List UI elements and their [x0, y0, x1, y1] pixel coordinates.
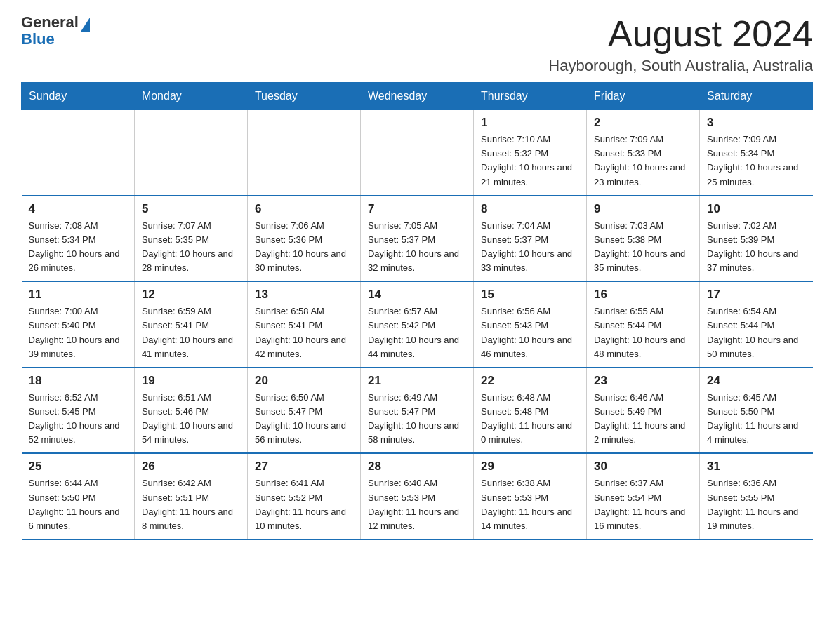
- calendar-cell: 23Sunrise: 6:46 AMSunset: 5:49 PMDayligh…: [587, 368, 700, 454]
- day-number: 14: [368, 288, 466, 302]
- day-info: Sunrise: 6:45 AMSunset: 5:50 PMDaylight:…: [707, 391, 805, 448]
- day-number: 8: [481, 202, 579, 216]
- header-day-tuesday: Tuesday: [247, 83, 360, 110]
- header-day-saturday: Saturday: [700, 83, 813, 110]
- logo-triangle-icon: [81, 18, 90, 32]
- logo-general: General: [21, 14, 79, 31]
- calendar-cell: 9Sunrise: 7:03 AMSunset: 5:38 PMDaylight…: [587, 196, 700, 282]
- calendar-cell: 26Sunrise: 6:42 AMSunset: 5:51 PMDayligh…: [134, 453, 247, 539]
- calendar-cell: 10Sunrise: 7:02 AMSunset: 5:39 PMDayligh…: [700, 196, 813, 282]
- day-number: 28: [368, 459, 466, 474]
- calendar-cell: 11Sunrise: 7:00 AMSunset: 5:40 PMDayligh…: [22, 281, 135, 368]
- day-number: 3: [707, 116, 805, 130]
- day-number: 5: [142, 202, 240, 216]
- calendar-cell: 8Sunrise: 7:04 AMSunset: 5:37 PMDaylight…: [474, 196, 587, 282]
- day-number: 31: [707, 459, 805, 474]
- day-number: 24: [707, 374, 805, 388]
- calendar-cell: 24Sunrise: 6:45 AMSunset: 5:50 PMDayligh…: [700, 368, 813, 454]
- day-info: Sunrise: 6:40 AMSunset: 5:53 PMDaylight:…: [368, 476, 466, 533]
- day-info: Sunrise: 6:50 AMSunset: 5:47 PMDaylight:…: [255, 391, 353, 448]
- calendar-cell: 19Sunrise: 6:51 AMSunset: 5:46 PMDayligh…: [134, 368, 247, 454]
- week-row-3: 11Sunrise: 7:00 AMSunset: 5:40 PMDayligh…: [22, 281, 813, 368]
- day-info: Sunrise: 6:56 AMSunset: 5:43 PMDaylight:…: [481, 304, 579, 361]
- day-info: Sunrise: 6:46 AMSunset: 5:49 PMDaylight:…: [594, 391, 692, 448]
- header: General Blue August 2024 Hayborough, Sou…: [21, 14, 813, 75]
- day-number: 11: [29, 288, 127, 302]
- day-info: Sunrise: 6:38 AMSunset: 5:53 PMDaylight:…: [481, 476, 579, 533]
- calendar-header: SundayMondayTuesdayWednesdayThursdayFrid…: [22, 83, 813, 110]
- location-title: Hayborough, South Australia, Australia: [548, 57, 813, 75]
- day-info: Sunrise: 6:42 AMSunset: 5:51 PMDaylight:…: [142, 476, 240, 533]
- calendar-cell: 13Sunrise: 6:58 AMSunset: 5:41 PMDayligh…: [247, 281, 360, 368]
- calendar-cell: 30Sunrise: 6:37 AMSunset: 5:54 PMDayligh…: [587, 453, 700, 539]
- header-row: SundayMondayTuesdayWednesdayThursdayFrid…: [22, 83, 813, 110]
- week-row-2: 4Sunrise: 7:08 AMSunset: 5:34 PMDaylight…: [22, 196, 813, 282]
- day-info: Sunrise: 6:57 AMSunset: 5:42 PMDaylight:…: [368, 304, 466, 361]
- day-number: 1: [481, 116, 579, 130]
- calendar-cell: 25Sunrise: 6:44 AMSunset: 5:50 PMDayligh…: [22, 453, 135, 539]
- day-number: 7: [368, 202, 466, 216]
- calendar-cell: 22Sunrise: 6:48 AMSunset: 5:48 PMDayligh…: [474, 368, 587, 454]
- day-number: 23: [594, 374, 692, 388]
- day-info: Sunrise: 7:03 AMSunset: 5:38 PMDaylight:…: [594, 219, 692, 276]
- day-info: Sunrise: 6:41 AMSunset: 5:52 PMDaylight:…: [255, 476, 353, 533]
- day-info: Sunrise: 7:00 AMSunset: 5:40 PMDaylight:…: [29, 304, 127, 361]
- day-info: Sunrise: 6:49 AMSunset: 5:47 PMDaylight:…: [368, 391, 466, 448]
- logo-blue: Blue: [21, 30, 55, 48]
- calendar-cell: 5Sunrise: 7:07 AMSunset: 5:35 PMDaylight…: [134, 196, 247, 282]
- calendar-cell: 16Sunrise: 6:55 AMSunset: 5:44 PMDayligh…: [587, 281, 700, 368]
- day-number: 22: [481, 374, 579, 388]
- day-number: 18: [29, 374, 127, 388]
- day-number: 26: [142, 459, 240, 474]
- day-info: Sunrise: 7:07 AMSunset: 5:35 PMDaylight:…: [142, 219, 240, 276]
- day-info: Sunrise: 7:05 AMSunset: 5:37 PMDaylight:…: [368, 219, 466, 276]
- calendar-cell: 15Sunrise: 6:56 AMSunset: 5:43 PMDayligh…: [474, 281, 587, 368]
- calendar-cell: 28Sunrise: 6:40 AMSunset: 5:53 PMDayligh…: [360, 453, 473, 539]
- day-number: 29: [481, 459, 579, 474]
- day-info: Sunrise: 7:09 AMSunset: 5:34 PMDaylight:…: [707, 133, 805, 189]
- day-info: Sunrise: 6:59 AMSunset: 5:41 PMDaylight:…: [142, 304, 240, 361]
- day-info: Sunrise: 7:10 AMSunset: 5:32 PMDaylight:…: [481, 133, 579, 189]
- week-row-4: 18Sunrise: 6:52 AMSunset: 5:45 PMDayligh…: [22, 368, 813, 454]
- header-day-wednesday: Wednesday: [360, 83, 473, 110]
- day-number: 17: [707, 288, 805, 302]
- calendar-cell: 31Sunrise: 6:36 AMSunset: 5:55 PMDayligh…: [700, 453, 813, 539]
- week-row-5: 25Sunrise: 6:44 AMSunset: 5:50 PMDayligh…: [22, 453, 813, 539]
- calendar-table: SundayMondayTuesdayWednesdayThursdayFrid…: [21, 82, 813, 540]
- day-number: 12: [142, 288, 240, 302]
- calendar-cell: 2Sunrise: 7:09 AMSunset: 5:33 PMDaylight…: [587, 110, 700, 196]
- calendar-cell: 27Sunrise: 6:41 AMSunset: 5:52 PMDayligh…: [247, 453, 360, 539]
- calendar-cell: 21Sunrise: 6:49 AMSunset: 5:47 PMDayligh…: [360, 368, 473, 454]
- title-area: August 2024 Hayborough, South Australia,…: [548, 14, 813, 75]
- header-day-monday: Monday: [134, 83, 247, 110]
- calendar-cell: 14Sunrise: 6:57 AMSunset: 5:42 PMDayligh…: [360, 281, 473, 368]
- day-number: 25: [29, 459, 127, 474]
- calendar-body: 1Sunrise: 7:10 AMSunset: 5:32 PMDaylight…: [22, 110, 813, 539]
- day-number: 21: [368, 374, 466, 388]
- day-number: 19: [142, 374, 240, 388]
- day-number: 16: [594, 288, 692, 302]
- day-info: Sunrise: 7:06 AMSunset: 5:36 PMDaylight:…: [255, 219, 353, 276]
- day-info: Sunrise: 6:52 AMSunset: 5:45 PMDaylight:…: [29, 391, 127, 448]
- day-info: Sunrise: 7:09 AMSunset: 5:33 PMDaylight:…: [594, 133, 692, 189]
- calendar-cell: [247, 110, 360, 196]
- day-info: Sunrise: 7:04 AMSunset: 5:37 PMDaylight:…: [481, 219, 579, 276]
- day-info: Sunrise: 6:54 AMSunset: 5:44 PMDaylight:…: [707, 304, 805, 361]
- header-day-sunday: Sunday: [22, 83, 135, 110]
- day-info: Sunrise: 6:48 AMSunset: 5:48 PMDaylight:…: [481, 391, 579, 448]
- day-info: Sunrise: 6:37 AMSunset: 5:54 PMDaylight:…: [594, 476, 692, 533]
- header-day-thursday: Thursday: [474, 83, 587, 110]
- day-number: 15: [481, 288, 579, 302]
- logo: General Blue: [21, 14, 90, 48]
- calendar-cell: 1Sunrise: 7:10 AMSunset: 5:32 PMDaylight…: [474, 110, 587, 196]
- calendar-cell: 3Sunrise: 7:09 AMSunset: 5:34 PMDaylight…: [700, 110, 813, 196]
- day-number: 30: [594, 459, 692, 474]
- calendar-cell: 17Sunrise: 6:54 AMSunset: 5:44 PMDayligh…: [700, 281, 813, 368]
- calendar-cell: 4Sunrise: 7:08 AMSunset: 5:34 PMDaylight…: [22, 196, 135, 282]
- calendar-cell: [22, 110, 135, 196]
- calendar-cell: 12Sunrise: 6:59 AMSunset: 5:41 PMDayligh…: [134, 281, 247, 368]
- calendar-cell: 20Sunrise: 6:50 AMSunset: 5:47 PMDayligh…: [247, 368, 360, 454]
- day-info: Sunrise: 6:55 AMSunset: 5:44 PMDaylight:…: [594, 304, 692, 361]
- day-number: 6: [255, 202, 353, 216]
- day-number: 20: [255, 374, 353, 388]
